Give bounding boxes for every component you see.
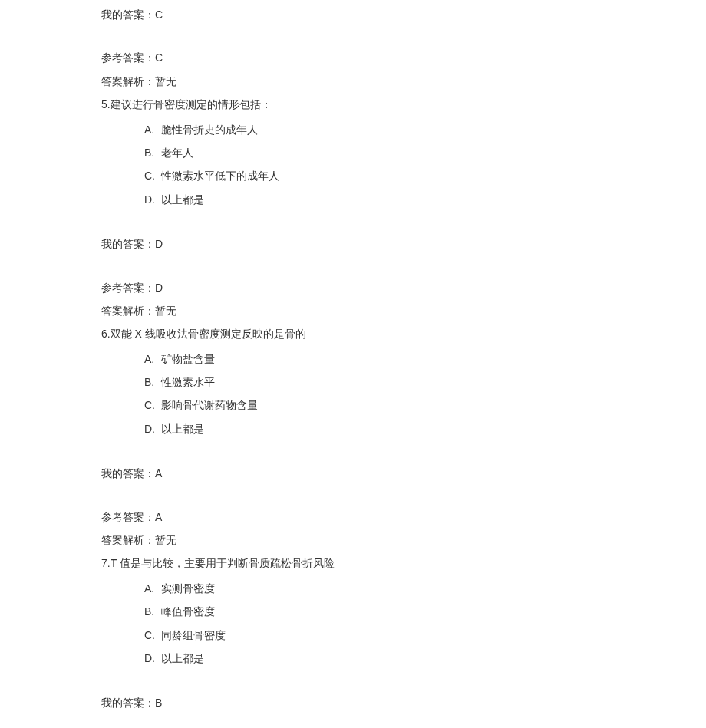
question-text: .建议进行骨密度测定的情形包括： xyxy=(107,98,272,110)
analysis-label: 答案解析： xyxy=(101,534,155,546)
option-letter: A. xyxy=(144,351,161,367)
my-answer-value: B xyxy=(155,697,162,709)
option-row: D. 以上都是 xyxy=(144,420,660,437)
option-text: 影响骨代谢药物含量 xyxy=(161,397,660,413)
analysis-label: 答案解析： xyxy=(101,75,155,87)
option-row: A. 实测骨密度 xyxy=(144,580,660,597)
option-letter: D. xyxy=(144,650,161,667)
option-row: C. 同龄组骨密度 xyxy=(144,627,660,644)
option-text: 矿物盐含量 xyxy=(161,351,660,367)
analysis-line: 答案解析：暂无 xyxy=(101,73,660,90)
option-row: A. 脆性骨折史的成年人 xyxy=(144,121,660,138)
my-answer-line: 我的答案：C xyxy=(101,6,660,23)
option-row: B. 性激素水平 xyxy=(144,374,660,390)
analysis-line: 答案解析：暂无 xyxy=(101,532,660,548)
my-answer-line: 我的答案：A xyxy=(101,465,660,482)
option-letter: A. xyxy=(144,121,161,138)
ref-answer-line: 参考答案：A xyxy=(101,509,660,525)
option-letter: C. xyxy=(144,627,161,644)
ref-answer-value: A xyxy=(155,511,162,523)
my-answer-label: 我的答案： xyxy=(101,8,155,21)
option-text: 性激素水平 xyxy=(161,374,660,390)
my-answer-value: D xyxy=(155,238,163,250)
ref-answer-line: 参考答案：D xyxy=(101,279,660,296)
analysis-value: 暂无 xyxy=(155,75,176,87)
option-row: D. 以上都是 xyxy=(144,191,660,208)
option-letter: A. xyxy=(144,580,161,597)
question-number: 6 xyxy=(101,328,107,340)
option-text: 以上都是 xyxy=(161,420,660,437)
page: 我的答案：C 参考答案：C 答案解析：暂无 5.建议进行骨密度测定的情形包括： … xyxy=(0,6,706,728)
option-row: D. 以上都是 xyxy=(144,650,660,667)
option-row: B. 峰值骨密度 xyxy=(144,603,660,620)
ref-answer-label: 参考答案： xyxy=(101,511,155,523)
option-text: 以上都是 xyxy=(161,191,660,208)
option-row: B. 老年人 xyxy=(144,144,660,161)
question-stem: 6.双能 X 线吸收法骨密度测定反映的是骨的 xyxy=(101,325,362,342)
my-answer-label: 我的答案： xyxy=(101,467,155,479)
analysis-line: 答案解析：暂无 xyxy=(101,302,660,319)
option-text: 脆性骨折史的成年人 xyxy=(161,121,660,138)
question-stem: 5.建议进行骨密度测定的情形包括： xyxy=(101,96,362,113)
options-list: A. 矿物盐含量 B. 性激素水平 C. 影响骨代谢药物含量 D. 以上都是 xyxy=(144,351,660,438)
option-letter: B. xyxy=(144,603,161,620)
ref-answer-value: D xyxy=(155,282,163,294)
option-letter: D. xyxy=(144,420,161,437)
option-letter: C. xyxy=(144,167,161,184)
option-letter: D. xyxy=(144,191,161,208)
question-number: 5 xyxy=(101,98,107,110)
option-row: C. 影响骨代谢药物含量 xyxy=(144,397,660,413)
ref-answer-label: 参考答案： xyxy=(101,51,155,64)
option-text: 实测骨密度 xyxy=(161,580,660,597)
my-answer-line: 我的答案：B xyxy=(101,694,660,711)
option-row: A. 矿物盐含量 xyxy=(144,351,660,367)
option-letter: B. xyxy=(144,374,161,390)
analysis-value: 暂无 xyxy=(155,534,176,546)
option-text: 同龄组骨密度 xyxy=(161,627,660,644)
my-answer-value: A xyxy=(155,467,162,479)
ref-answer-value: C xyxy=(155,51,163,64)
ref-answer-line: 参考答案：C xyxy=(101,49,660,66)
option-text: 峰值骨密度 xyxy=(161,603,660,620)
content-area: 我的答案：C 参考答案：C 答案解析：暂无 5.建议进行骨密度测定的情形包括： … xyxy=(101,6,660,728)
analysis-value: 暂无 xyxy=(155,305,176,317)
question-text: .T 值是与比较，主要用于判断骨质疏松骨折风险 xyxy=(107,557,335,569)
my-answer-label: 我的答案： xyxy=(101,697,155,709)
option-row: C. 性激素水平低下的成年人 xyxy=(144,167,660,184)
my-answer-label: 我的答案： xyxy=(101,238,155,250)
options-list: A. 脆性骨折史的成年人 B. 老年人 C. 性激素水平低下的成年人 D. 以上… xyxy=(144,121,660,209)
my-answer-line: 我的答案：D xyxy=(101,236,660,252)
question-number: 7 xyxy=(101,557,107,569)
question-stem: 7.T 值是与比较，主要用于判断骨质疏松骨折风险 xyxy=(101,555,362,572)
question-text: .双能 X 线吸收法骨密度测定反映的是骨的 xyxy=(107,328,306,340)
analysis-label: 答案解析： xyxy=(101,305,155,317)
options-list: A. 实测骨密度 B. 峰值骨密度 C. 同龄组骨密度 D. 以上都是 xyxy=(144,580,660,667)
option-text: 以上都是 xyxy=(161,650,660,667)
option-text: 性激素水平低下的成年人 xyxy=(161,167,660,184)
my-answer-value: C xyxy=(155,8,163,21)
option-letter: C. xyxy=(144,397,161,413)
option-letter: B. xyxy=(144,144,161,161)
ref-answer-label: 参考答案： xyxy=(101,282,155,294)
option-text: 老年人 xyxy=(161,144,660,161)
